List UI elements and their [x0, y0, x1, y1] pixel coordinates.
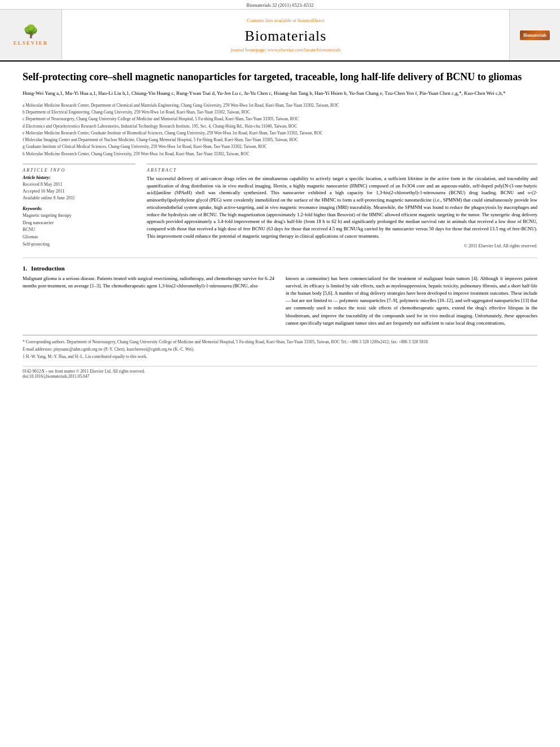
abstract-column: ABSTRACT The successful delivery of anti… — [147, 164, 537, 248]
introduction-section: 1. Introduction Malignant glioma is a se… — [23, 265, 537, 330]
received-date: Received 8 May 2011 — [23, 181, 135, 188]
introduction-right-col: known as carmustine) has been commercial… — [286, 265, 537, 330]
abstract-text: The successful delivery of anti-cancer d… — [147, 175, 537, 240]
affiliation-c: c Department of Neurosurgery, Chang Gung… — [23, 116, 537, 122]
journal-bar: Biomaterials 32 (2011) 6523–6532 — [0, 0, 560, 10]
issn-line: 0142-9612/$ – see front matter © 2011 El… — [23, 369, 537, 374]
keywords-section: Keywords: Magnetic targeting therapy Dru… — [23, 206, 135, 248]
affiliation-b: b Department of Electrical Engineering, … — [23, 109, 537, 115]
keyword-0: Magnetic targeting therapy — [23, 212, 135, 220]
tree-icon: 🌳 — [14, 24, 49, 39]
introduction-left-col: 1. Introduction Malignant glioma is a se… — [23, 265, 274, 330]
journal-header: 🌳 ELSEVIER Contents lists available at S… — [0, 10, 560, 62]
article-info-label: ARTICLE INFO — [23, 168, 135, 173]
biomaterials-badge-area: Biomaterials — [509, 10, 560, 60]
history-label: Article history: — [23, 175, 135, 180]
sciencedirect-label: Contents lists available at ScienceDirec… — [247, 18, 325, 23]
affiliation-e: e Molecular Medicine Research Center, Gr… — [23, 130, 537, 136]
journal-homepage: journal homepage: www.elsevier.com/locat… — [230, 47, 340, 53]
keyword-3: Gliomas — [23, 234, 135, 241]
available-date: Available online 8 June 2011 — [23, 195, 135, 202]
authors: Hung-Wei Yang a,1, Mu-Yi Hua a,1, Hao-Li… — [23, 89, 537, 97]
footnotes: * Corresponding authors. Department of N… — [23, 335, 537, 360]
keyword-1: Drug nanocarrier — [23, 220, 135, 227]
keywords-label: Keywords: — [23, 206, 135, 211]
article-history: Article history: Received 8 May 2011 Acc… — [23, 175, 135, 202]
article-title: Self-protecting core–shell magnetic nano… — [23, 71, 537, 84]
main-content: Self-protecting core–shell magnetic nano… — [0, 62, 560, 388]
footnote-corresponding: * Corresponding authors. Department of N… — [23, 339, 537, 345]
keyword-4: Self-protecting — [23, 241, 135, 248]
affiliation-a: a Molecular Medicine Research Center, De… — [23, 102, 537, 108]
affiliation-h: h Molecular Medicine Research Center, Ch… — [23, 151, 537, 157]
elsevier-logo: 🌳 ELSEVIER — [14, 24, 49, 46]
article-info-column: ARTICLE INFO Article history: Received 8… — [23, 164, 135, 248]
footnote-equal-contribution: 1 H.-W. Yang, M.-Y. Hua, and H.-L. Liu c… — [23, 353, 537, 360]
biomaterials-badge: Biomaterials — [520, 30, 550, 40]
journal-title: Biomaterials — [245, 28, 327, 45]
introduction-heading: 1. Introduction — [23, 265, 274, 272]
article-info-abstract-section: ARTICLE INFO Article history: Received 8… — [23, 164, 537, 248]
keyword-2: BCNU — [23, 226, 135, 234]
section-divider — [23, 257, 537, 258]
doi-line: doi:10.1016/j.biomaterials.2011.05.047 — [23, 374, 537, 379]
affiliation-g: g Graduate Institute of Clinical Medical… — [23, 143, 537, 150]
journal-header-center: Contents lists available at ScienceDirec… — [62, 10, 509, 60]
abstract-label: ABSTRACT — [147, 168, 537, 173]
affiliations: a Molecular Medicine Research Center, De… — [23, 102, 537, 157]
footnote-email: E-mail addresses: pinyuanc@adm.cgmh.org.… — [23, 346, 537, 352]
elsevier-logo-area: 🌳 ELSEVIER — [0, 10, 62, 60]
introduction-left-text: Malignant glioma is a serious disease. P… — [23, 275, 274, 290]
accepted-date: Accepted 16 May 2011 — [23, 188, 135, 195]
abstract-copyright: © 2011 Elsevier Ltd. All rights reserved… — [147, 243, 537, 248]
page-footer: 0142-9612/$ – see front matter © 2011 El… — [23, 366, 537, 379]
introduction-right-text: known as carmustine) has been commercial… — [286, 275, 537, 327]
affiliation-f: f Molecular Imaging Center and Departmen… — [23, 137, 537, 143]
affiliation-d: d Electronics and Optoelectronics Resear… — [23, 123, 537, 129]
